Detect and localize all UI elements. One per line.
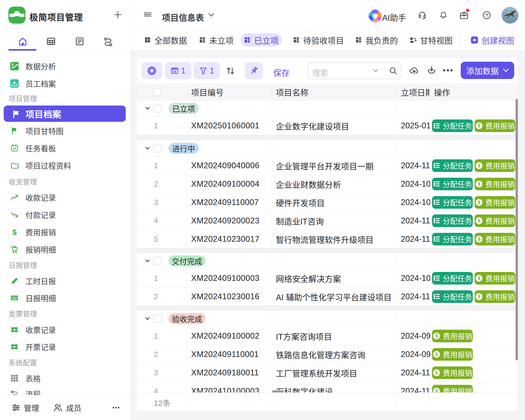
svg-text:$: $ bbox=[435, 370, 438, 375]
svg-text:$: $ bbox=[478, 200, 480, 205]
svg-text:¥: ¥ bbox=[12, 62, 14, 67]
svg-text:$: $ bbox=[478, 237, 480, 242]
svg-text:$: $ bbox=[435, 333, 438, 339]
svg-text:?: ? bbox=[485, 13, 488, 18]
svg-text:$: $ bbox=[478, 276, 480, 281]
svg-text:$: $ bbox=[435, 352, 438, 357]
svg-text:$: $ bbox=[478, 181, 480, 187]
svg-text:$: $ bbox=[478, 294, 480, 299]
svg-text:$: $ bbox=[12, 228, 17, 236]
svg-text:$: $ bbox=[478, 163, 480, 168]
svg-text:$: $ bbox=[478, 123, 480, 128]
svg-text:$: $ bbox=[478, 218, 480, 223]
